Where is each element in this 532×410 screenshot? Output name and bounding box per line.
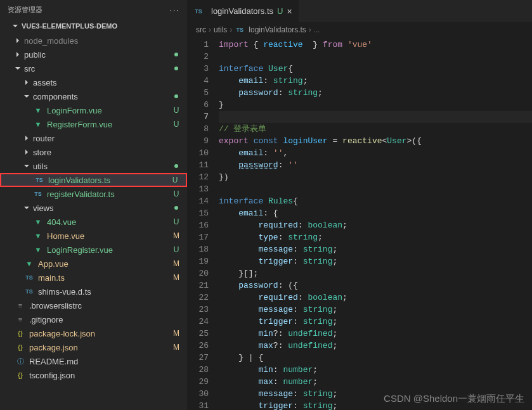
breadcrumb-sep: › bbox=[230, 25, 232, 34]
tree-label: LoginForm.vue bbox=[47, 106, 172, 115]
tree-file[interactable]: ≡.browserslistrc bbox=[0, 298, 187, 312]
breadcrumb-item[interactable]: loginValidators.ts bbox=[249, 25, 306, 34]
tree-label: store bbox=[33, 148, 181, 157]
tree-label: public bbox=[24, 50, 174, 60]
project-root[interactable]: VUE3-ELEMENTPLUS-DEMO bbox=[0, 20, 187, 34]
ts-icon: TS bbox=[33, 189, 43, 199]
tree-file[interactable]: TSmain.tsM bbox=[0, 271, 187, 285]
json-icon: {} bbox=[15, 342, 25, 352]
tree-file[interactable]: ≡.gitignore bbox=[0, 312, 187, 326]
git-status: M bbox=[172, 329, 181, 338]
sidebar-header: 资源管理器 ··· bbox=[0, 0, 187, 20]
chevron-icon bbox=[15, 66, 20, 71]
git-status: U bbox=[171, 176, 179, 184]
ts-icon: TS bbox=[235, 25, 245, 35]
tree-label: tsconfig.json bbox=[29, 371, 181, 380]
tree-folder[interactable]: utils bbox=[0, 159, 187, 173]
tree-label: loginValidators.ts bbox=[48, 176, 171, 185]
tree-label: LoginRegister.vue bbox=[47, 245, 172, 255]
tree-folder[interactable]: router bbox=[0, 131, 187, 145]
code-area: 1234567891011121314151617181920212223242… bbox=[187, 37, 532, 410]
tree-file[interactable]: ⓘREADME.md bbox=[0, 354, 187, 368]
tree-file[interactable]: ▼LoginRegister.vueU bbox=[0, 243, 187, 257]
tree-label: 404.vue bbox=[47, 217, 172, 227]
git-status: U bbox=[172, 245, 181, 254]
vue-icon: ▼ bbox=[33, 217, 43, 227]
tab-loginvalidators[interactable]: TS loginValidators.ts U × bbox=[187, 0, 299, 22]
breadcrumb-item[interactable]: utils bbox=[214, 25, 227, 34]
breadcrumb-sep: › bbox=[209, 25, 211, 34]
ts-icon: TS bbox=[34, 175, 44, 185]
tree-label: components bbox=[33, 92, 174, 101]
code-content[interactable]: import { reactive } from 'vue'interface … bbox=[219, 37, 532, 410]
tree-folder[interactable]: src bbox=[0, 61, 187, 75]
sidebar: 资源管理器 ··· VUE3-ELEMENTPLUS-DEMO node_mod… bbox=[0, 0, 187, 410]
sidebar-title: 资源管理器 bbox=[8, 5, 42, 15]
tree-folder[interactable]: assets bbox=[0, 75, 187, 89]
tree-label: views bbox=[33, 203, 174, 213]
vue-icon: ▼ bbox=[33, 231, 43, 241]
tree-label: .gitignore bbox=[29, 315, 181, 324]
vue-icon: ▼ bbox=[33, 105, 43, 115]
breadcrumb-more[interactable]: › ... bbox=[309, 25, 320, 34]
tree-file[interactable]: ▼404.vueU bbox=[0, 215, 187, 229]
conf-icon: ≡ bbox=[15, 300, 25, 311]
chevron-down-icon bbox=[13, 23, 18, 29]
tree-folder[interactable]: node_modules bbox=[0, 34, 187, 48]
tree-file[interactable]: TSloginValidators.tsU bbox=[0, 173, 187, 187]
git-status: M bbox=[172, 231, 181, 240]
tree-folder[interactable]: store bbox=[0, 145, 187, 159]
chevron-icon bbox=[24, 94, 29, 99]
tree-file[interactable]: ▼Home.vueM bbox=[0, 229, 187, 243]
git-status: M bbox=[172, 259, 181, 268]
tree-file[interactable]: ▼LoginForm.vueU bbox=[0, 103, 187, 117]
tree-label: package-lock.json bbox=[29, 329, 172, 338]
tree-file[interactable]: {}tsconfig.json bbox=[0, 368, 187, 382]
tab-bar: TS loginValidators.ts U × bbox=[187, 0, 532, 22]
tree-folder[interactable]: components bbox=[0, 89, 187, 103]
chevron-icon bbox=[24, 150, 29, 155]
chevron-icon bbox=[24, 80, 29, 85]
tree-label: utils bbox=[33, 162, 174, 171]
vue-icon: ▼ bbox=[33, 119, 43, 129]
tree-label: Home.vue bbox=[47, 231, 172, 241]
git-dot bbox=[174, 206, 178, 210]
tree-file[interactable]: ▼App.vueM bbox=[0, 257, 187, 271]
tree-label: RegisterForm.vue bbox=[47, 120, 172, 129]
tree-file[interactable]: ▼RegisterForm.vueU bbox=[0, 117, 187, 131]
chevron-icon bbox=[24, 205, 29, 210]
git-status: U bbox=[172, 120, 181, 129]
git-dot bbox=[174, 164, 178, 168]
git-status: M bbox=[172, 343, 181, 352]
tree-folder[interactable]: views bbox=[0, 201, 187, 215]
tree-file[interactable]: {}package-lock.jsonM bbox=[0, 326, 187, 340]
breadcrumbs[interactable]: src›utils›TSloginValidators.ts› ... bbox=[187, 22, 532, 37]
git-dot bbox=[174, 67, 178, 70]
breadcrumb-item[interactable]: src bbox=[196, 25, 206, 34]
chevron-icon bbox=[15, 52, 20, 57]
tree-label: package.json bbox=[29, 343, 172, 352]
tree-file[interactable]: {}package.jsonM bbox=[0, 340, 187, 354]
git-status: U bbox=[172, 106, 181, 115]
ts-icon: TS bbox=[193, 6, 204, 16]
tree-label: registerValidator.ts bbox=[47, 189, 172, 199]
tree-label: src bbox=[24, 64, 174, 74]
chevron-icon bbox=[15, 38, 20, 43]
tree-label: main.ts bbox=[38, 273, 172, 283]
more-icon[interactable]: ··· bbox=[170, 6, 179, 14]
tree-file[interactable]: TSshims-vue.d.ts bbox=[0, 285, 187, 298]
tree-label: node_modules bbox=[24, 36, 181, 46]
chevron-icon bbox=[24, 163, 29, 169]
close-icon[interactable]: × bbox=[287, 6, 292, 16]
chevron-icon bbox=[24, 136, 29, 141]
git-dot bbox=[174, 94, 178, 98]
tab-filename: loginValidators.ts bbox=[211, 6, 273, 16]
tree-folder[interactable]: public bbox=[0, 48, 187, 61]
gutter: 1234567891011121314151617181920212223242… bbox=[187, 37, 219, 410]
conf-icon: ≡ bbox=[15, 314, 25, 324]
git-status: U bbox=[172, 189, 181, 198]
tree-file[interactable]: TSregisterValidator.tsU bbox=[0, 187, 187, 201]
ts-icon: TS bbox=[24, 286, 34, 297]
file-tree: node_modulespublicsrcassetscomponents▼Lo… bbox=[0, 34, 187, 410]
ts-icon: TS bbox=[24, 272, 34, 283]
